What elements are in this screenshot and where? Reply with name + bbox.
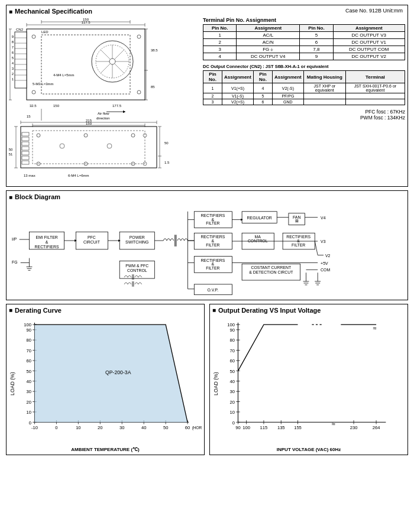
svg-text:32.5: 32.5: [30, 104, 37, 108]
svg-text:+5V: +5V: [321, 261, 328, 265]
terminal-title-2: DC Output Connector (CN2) : JST S6B-XH-A…: [203, 64, 405, 69]
table-cell: AC/N: [237, 39, 300, 46]
svg-rect-68: [22, 147, 29, 150]
svg-text:8: 8: [12, 40, 14, 44]
table-cell: DC OUTPUT V2: [333, 53, 405, 60]
table-cell: 3: [203, 99, 222, 105]
svg-text:50: 50: [27, 368, 31, 374]
svg-text:REGULATOR: REGULATOR: [247, 216, 272, 220]
svg-text:COSTANT CURRENT: COSTANT CURRENT: [251, 265, 292, 270]
svg-text:FG: FG: [12, 260, 18, 264]
svg-rect-1: [41, 35, 130, 94]
th2-pin-no-2: Pin No.: [253, 71, 272, 83]
svg-text:1: 1: [12, 77, 14, 81]
chart1-x-label: AMBIENT TEMPERATURE (℃): [9, 447, 202, 452]
table-cell: V2(-S): [272, 83, 303, 93]
table-cell: V2(+S): [222, 99, 254, 105]
svg-text:O.V.P.: O.V.P.: [207, 288, 218, 292]
svg-text:LED: LED: [41, 30, 48, 34]
svg-text:QP-200-3A: QP-200-3A: [105, 369, 131, 375]
svg-text:51: 51: [9, 153, 13, 156]
th2-assignment-2: Assignment: [272, 71, 303, 83]
svg-text:PFC: PFC: [88, 235, 96, 239]
svg-rect-63: [21, 126, 157, 168]
table-cell: 9: [300, 53, 333, 60]
svg-text:PWM & PFC: PWM & PFC: [125, 264, 148, 268]
svg-text:10: 10: [76, 425, 80, 430]
svg-text:5: 5: [12, 56, 14, 60]
chart2-x-label: INPUT VOLTAGE (VAC) 60Hz: [212, 447, 405, 452]
table-cell: DC OUTPUT V1: [333, 39, 405, 46]
svg-text:Air flow: Air flow: [98, 112, 109, 115]
svg-text:EMI FILTER: EMI FILTER: [35, 235, 57, 239]
svg-text:100: 100: [242, 425, 250, 430]
mech-drawings: 9 8 7 6 5 4 3 2 1: [9, 17, 198, 184]
table-cell: [345, 99, 405, 105]
svg-text:90: 90: [27, 327, 31, 333]
svg-point-8: [109, 59, 115, 64]
svg-text:LOAD (%): LOAD (%): [213, 372, 219, 395]
svg-text:3: 3: [12, 67, 14, 70]
svg-point-30: [32, 35, 35, 38]
svg-point-31: [32, 90, 35, 94]
table-cell: DC OUTPUT COM: [333, 46, 405, 53]
svg-text:80: 80: [27, 338, 31, 343]
table-cell: V1(+S): [222, 83, 254, 93]
svg-text:RECTIFIERS: RECTIFIERS: [35, 245, 59, 249]
svg-text:90: 90: [230, 327, 235, 333]
th-pin-no-1: Pin No.: [203, 25, 237, 32]
table-cell: 2: [203, 39, 237, 46]
table-cell: V1(-S): [222, 93, 254, 99]
svg-rect-9: [15, 32, 27, 88]
pwm-fosc: PWM fosc : 134KHz: [203, 115, 405, 121]
table-cell: [345, 93, 405, 99]
output-derating-header: Output Derating VS Input Voltage: [212, 307, 405, 314]
svg-point-78: [60, 144, 64, 148]
svg-text:6-M4 L=6mm: 6-M4 L=6mm: [68, 174, 89, 177]
svg-text:CONTROL: CONTROL: [127, 268, 147, 273]
th2-pin-no: Pin No.: [203, 71, 222, 83]
terminal-tables: Terminal Pin No. Assignment Pin No. Assi…: [203, 17, 405, 184]
svg-text:30: 30: [27, 389, 31, 394]
svg-text:FILTER: FILTER: [206, 221, 219, 225]
svg-text:0: 0: [55, 425, 57, 430]
table-cell: 7,8: [300, 46, 333, 53]
table-cell: JST SXH-001T-P0.6 or equivalent: [345, 83, 405, 93]
svg-text:85: 85: [151, 85, 155, 89]
svg-rect-69: [22, 151, 29, 155]
svg-text:60: 60: [230, 358, 235, 364]
svg-text:10: 10: [230, 410, 235, 415]
svg-text:6: 6: [12, 51, 14, 54]
table-cell: 4: [203, 53, 237, 60]
svg-text:60: 60: [27, 358, 31, 364]
output-derating-chart-area: LOAD (%) 0 10 20 30 40 50: [212, 316, 405, 446]
svg-text:135: 135: [277, 425, 285, 430]
svg-text:40: 40: [230, 379, 235, 384]
svg-text:30: 30: [119, 425, 124, 430]
pfc-fosc: PFC fosc : 67KHz: [203, 109, 405, 115]
svg-text:2: 2: [12, 72, 14, 76]
table-cell: AC/L: [237, 32, 300, 39]
svg-text:FILTER: FILTER: [206, 243, 219, 247]
svg-text:I/P: I/P: [12, 237, 17, 241]
svg-point-74: [84, 134, 88, 137]
table-cell: 2: [203, 93, 222, 99]
svg-text:9: 9: [12, 35, 14, 38]
svg-text:50: 50: [164, 141, 169, 145]
th2-housing: Mating Housing: [303, 71, 345, 83]
svg-text:80: 80: [230, 338, 235, 343]
case-info: Case No. 912B Unit:mm: [345, 8, 403, 14]
svg-text:V3: V3: [321, 239, 326, 244]
svg-text:CIRCUIT: CIRCUIT: [83, 240, 101, 244]
svg-text:20: 20: [27, 399, 31, 404]
svg-text:150: 150: [53, 104, 60, 108]
svg-text:≈: ≈: [373, 325, 377, 332]
block-diagram-section: Block Diagram I/P EMI FILTER & RECTIFIER…: [6, 190, 408, 300]
svg-point-32: [137, 35, 141, 38]
table-cell: DC OUTPUT V4: [237, 53, 300, 60]
svg-text:70: 70: [27, 348, 31, 353]
svg-rect-0: [27, 29, 145, 100]
block-diagram-header: Block Diagram: [9, 193, 405, 200]
table-cell: 6: [300, 39, 333, 46]
svg-text:177.5: 177.5: [112, 104, 122, 108]
